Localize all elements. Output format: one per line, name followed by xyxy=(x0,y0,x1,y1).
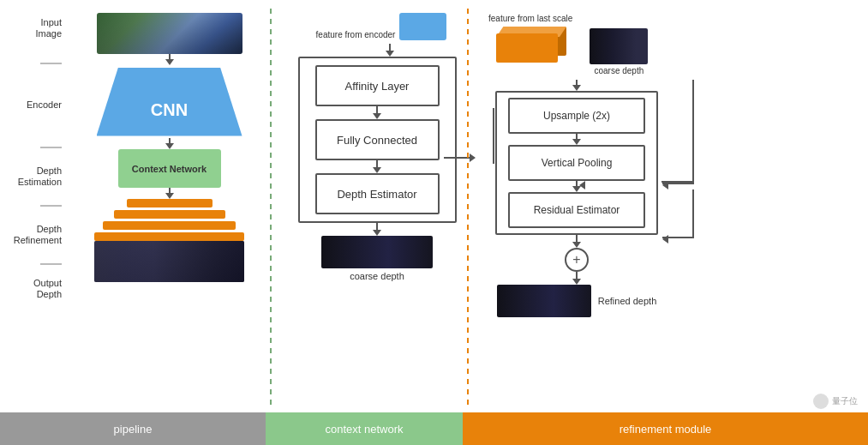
coarse-depth-small-label: coarse depth xyxy=(594,66,644,75)
bottom-context-network: context network xyxy=(266,412,463,445)
arrow-upsample-to-vp xyxy=(572,134,581,145)
coarse-to-residual-arrow xyxy=(579,181,585,189)
context-network-box: Context Network xyxy=(118,149,221,188)
right-arrow-plus xyxy=(662,235,668,244)
bottom-pipeline-label: pipeline xyxy=(114,423,153,436)
bottom-pipeline: pipeline xyxy=(0,412,266,445)
right-connectors xyxy=(662,80,694,244)
input-image xyxy=(97,13,242,54)
plus-symbol: + xyxy=(572,253,580,267)
refined-depth-label: Refined depth xyxy=(598,296,657,306)
refinement-boxes-col: Upsample (2x) Vertical Pooling xyxy=(495,80,658,317)
depth-estimator-box: Depth Estimator xyxy=(315,173,440,214)
diagram-area: Input Image Encoder Depth Estimation Dep… xyxy=(0,0,868,412)
refinement-outer-box: Upsample (2x) Vertical Pooling xyxy=(495,91,658,235)
right-arrow-residual xyxy=(662,181,668,189)
depth-layers xyxy=(93,199,247,241)
arrow-affinity-to-fc xyxy=(373,106,381,119)
depth-estimator-label: Depth Estimator xyxy=(337,188,416,201)
cnn-label: CNN xyxy=(151,83,188,120)
affinity-layer-box: Affinity Layer xyxy=(315,65,440,106)
context-network-section: feature from encoder Affinity Layer xyxy=(270,9,467,408)
green-dashed-separator xyxy=(270,9,272,408)
residual-estimator-label: Residual Estimator xyxy=(534,204,620,216)
feature-last-scale-container: feature from last scale xyxy=(488,13,572,63)
refinement-section: feature from last scale coarse depth xyxy=(467,9,864,408)
bottom-bar: pipeline context network refinement modu… xyxy=(0,412,868,445)
arrow-feature-to-upsample xyxy=(572,80,581,91)
depth-layer-3 xyxy=(103,221,236,230)
affinity-layer-label: Affinity Layer xyxy=(345,80,410,93)
bottom-refinement-label: refinement module xyxy=(620,423,712,436)
arrow-plus-to-refined xyxy=(572,272,581,285)
cn-main-box: Affinity Layer Fully Connected xyxy=(298,57,457,223)
residual-estimator-box: Residual Estimator xyxy=(508,192,645,228)
fully-connected-box: Fully Connected xyxy=(315,119,440,160)
arrow-re-to-plus xyxy=(572,235,581,248)
label-output-depth: Output Depth xyxy=(33,268,62,310)
coarse-depth-small-container: coarse depth xyxy=(590,28,648,75)
refinement-top-row: feature from last scale coarse depth xyxy=(480,13,864,75)
orange-dashed-separator xyxy=(467,9,469,408)
main-container: Input Image Encoder Depth Estimation Dep… xyxy=(0,0,868,445)
plus-circle: + xyxy=(565,248,589,272)
watermark-icon xyxy=(813,394,829,409)
label-encoder: Encoder xyxy=(27,67,62,144)
arrow-to-coarse-depth xyxy=(373,223,381,236)
bottom-refinement-module: refinement module xyxy=(463,412,868,445)
label-input-image: Input Image xyxy=(35,17,62,60)
pipeline-content: CNN Context Network xyxy=(69,9,270,408)
vertical-pooling-box: Vertical Pooling xyxy=(508,145,645,181)
coarse-depth-container: coarse depth xyxy=(321,236,433,281)
arrow-to-context xyxy=(165,138,174,149)
feature-encoder-block xyxy=(399,13,446,40)
right-vertical-line-top xyxy=(692,80,694,183)
depth-layer-1 xyxy=(127,199,213,207)
arrow-fc-to-depth-est xyxy=(315,160,440,173)
feature-encoder-label: feature from encoder xyxy=(316,29,396,40)
refinement-flow-row: Upsample (2x) Vertical Pooling xyxy=(480,80,864,317)
label-depth-refinement: Depth Refinement xyxy=(14,209,62,261)
upsample-box: Upsample (2x) xyxy=(508,98,645,134)
output-depth-image xyxy=(94,241,244,282)
arrow-encoder-to-affinity xyxy=(386,44,394,57)
context-network-label: Context Network xyxy=(132,164,207,174)
coarse-depth-label: coarse depth xyxy=(350,271,404,281)
pipeline-section: Input Image Encoder Depth Estimation Dep… xyxy=(4,9,270,408)
watermark-text: 量子位 xyxy=(832,395,858,407)
refined-depth-container: Refined depth xyxy=(497,285,657,317)
vertical-pooling-label: Vertical Pooling xyxy=(542,157,613,169)
coarse-depth-small-image xyxy=(590,28,648,64)
upsample-label: Upsample (2x) xyxy=(543,110,610,122)
watermark: 量子位 xyxy=(813,394,858,409)
bottom-context-label: context network xyxy=(325,423,403,436)
right-vertical-line-bottom xyxy=(692,189,694,237)
depth-layer-4 xyxy=(94,232,244,241)
label-depth-estimation: Depth Estimation xyxy=(18,151,62,202)
depth-layer-2 xyxy=(114,210,225,219)
pipeline-labels: Input Image Encoder Depth Estimation Dep… xyxy=(4,9,69,408)
refined-depth-image xyxy=(497,285,591,317)
orange-3d-block xyxy=(496,27,565,63)
arrow-to-depth-layers xyxy=(165,188,174,199)
arrow-to-cnn xyxy=(165,54,174,65)
feature-last-scale-label: feature from last scale xyxy=(488,13,572,24)
coarse-depth-image xyxy=(321,236,433,268)
cnn-block: CNN xyxy=(97,65,242,138)
fully-connected-label: Fully Connected xyxy=(337,134,417,147)
